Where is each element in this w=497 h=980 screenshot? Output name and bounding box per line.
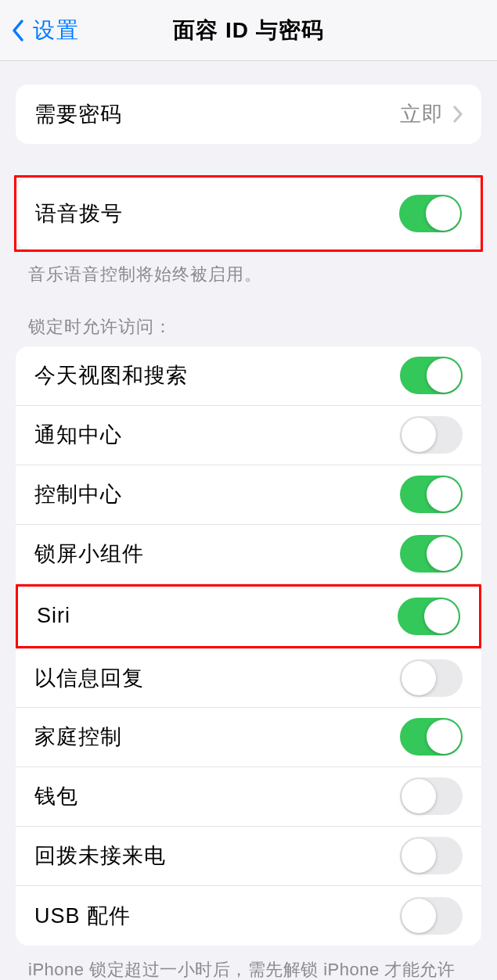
lock-widgets-label: 锁屏小组件 — [34, 540, 144, 568]
control-center-row: 控制中心 — [16, 465, 481, 525]
page-title: 面容 ID 与密码 — [173, 16, 324, 45]
notification-center-label: 通知中心 — [34, 421, 122, 449]
control-center-label: 控制中心 — [34, 480, 122, 508]
highlight-voice-dial: 语音拨号 — [14, 175, 483, 252]
today-view-row: 今天视图和搜索 — [16, 346, 481, 406]
highlight-siri: Siri — [16, 584, 481, 648]
voice-dial-row: 语音拨号 — [16, 178, 481, 249]
reply-message-label: 以信息回复 — [34, 664, 144, 692]
lock-widgets-row: 锁屏小组件 — [16, 525, 481, 584]
notification-center-row: 通知中心 — [16, 406, 481, 465]
lock-widgets-toggle[interactable] — [400, 535, 463, 573]
siri-toggle[interactable] — [398, 598, 460, 635]
navigation-bar: 设置 面容 ID 与密码 — [0, 0, 497, 61]
voice-dial-toggle[interactable] — [399, 195, 462, 232]
siri-row-wrap: Siri — [16, 584, 481, 648]
control-center-toggle[interactable] — [400, 476, 463, 513]
wallet-toggle[interactable] — [400, 777, 463, 815]
callback-row: 回拨未接来电 — [16, 827, 481, 886]
home-control-row: 家庭控制 — [16, 708, 481, 767]
today-view-label: 今天视图和搜索 — [34, 361, 188, 389]
home-control-toggle[interactable] — [400, 718, 463, 756]
chevron-left-icon — [11, 19, 25, 42]
callback-label: 回拨未接来电 — [34, 842, 166, 870]
back-button[interactable]: 设置 — [0, 16, 80, 45]
home-control-label: 家庭控制 — [34, 723, 122, 751]
back-label: 设置 — [33, 16, 80, 45]
today-view-toggle[interactable] — [400, 357, 463, 394]
wallet-row: 钱包 — [16, 767, 481, 827]
callback-toggle[interactable] — [400, 837, 463, 874]
siri-label: Siri — [37, 604, 70, 628]
notification-center-toggle[interactable] — [400, 416, 463, 454]
usb-footer: iPhone 锁定超过一小时后，需先解锁 iPhone 才能允许USB 配件连接… — [0, 946, 497, 980]
voice-dial-label: 语音拨号 — [35, 199, 123, 228]
require-passcode-label: 需要密码 — [34, 100, 122, 128]
reply-message-row: 以信息回复 — [16, 648, 481, 708]
require-passcode-value: 立即 — [400, 100, 444, 128]
usb-label: USB 配件 — [34, 902, 131, 930]
require-passcode-row[interactable]: 需要密码 立即 — [16, 84, 481, 144]
lock-screen-access-header: 锁定时允许访问： — [0, 287, 497, 346]
chevron-right-icon — [453, 106, 463, 123]
usb-row: USB 配件 — [16, 886, 481, 946]
voice-dial-footer: 音乐语音控制将始终被启用。 — [0, 252, 497, 287]
wallet-label: 钱包 — [34, 782, 78, 810]
reply-message-toggle[interactable] — [400, 659, 463, 697]
usb-toggle[interactable] — [400, 897, 463, 935]
